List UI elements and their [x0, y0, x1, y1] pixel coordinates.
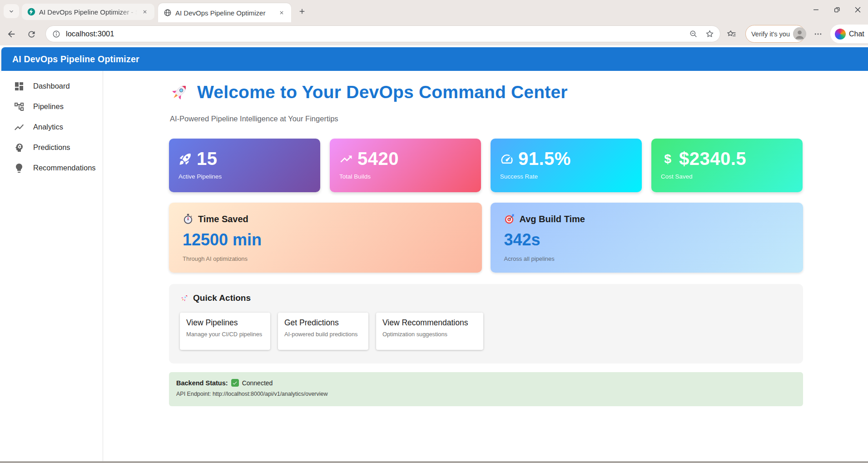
- tab-title: AI DevOps Pipeline Optimizer - Sw: [39, 8, 137, 16]
- stat-card-cost-saved: $ $2340.5 Cost Saved: [651, 139, 803, 192]
- backend-status-value: Connected: [242, 379, 273, 387]
- tab-devops-optimizer-active[interactable]: AI DevOps Pipeline Optimizer: [158, 3, 291, 22]
- zoom-out-icon[interactable]: [688, 29, 698, 39]
- restore-button[interactable]: [826, 0, 847, 19]
- rocket-icon: [179, 152, 192, 166]
- stat-label: Success Rate: [500, 173, 632, 180]
- chat-label: Chat: [849, 30, 864, 38]
- tab-swagger-docs[interactable]: AI DevOps Pipeline Optimizer - Sw: [22, 4, 154, 20]
- rocket-emoji-icon: [180, 294, 189, 303]
- sidebar-item-label: Analytics: [33, 123, 63, 131]
- browser-tab-strip: AI DevOps Pipeline Optimizer - Sw AI Dev…: [0, 0, 868, 22]
- stat-value: 5420: [357, 149, 399, 169]
- sidebar-item-label: Predictions: [33, 143, 70, 152]
- stat-value: 15: [197, 149, 218, 169]
- new-tab-button[interactable]: [297, 6, 308, 17]
- address-bar[interactable]: localhost:3001: [45, 25, 720, 42]
- app-title: AI DevOps Pipeline Optimizer: [12, 54, 139, 65]
- stat-card-total-builds: 5420 Total Builds: [330, 139, 481, 192]
- stat-card-active-pipelines: 15 Active Pipelines: [169, 139, 320, 192]
- tab-search-button[interactable]: [4, 4, 19, 18]
- psychology-icon: [14, 142, 25, 153]
- window-bottom-edge: [0, 461, 868, 463]
- sidebar-item-pipelines[interactable]: Pipelines: [1, 96, 103, 117]
- metric-card-avg-build-time: Avg Build Time 342s Across all pipelines: [491, 203, 804, 273]
- window-controls: [805, 0, 868, 22]
- trending-up-icon: [339, 152, 353, 166]
- metric-caption: Across all pipelines: [504, 255, 790, 262]
- rocket-emoji-icon: [169, 82, 190, 103]
- copilot-icon: [835, 29, 846, 40]
- stat-value: $2340.5: [679, 149, 746, 169]
- favorite-star-icon[interactable]: [704, 29, 714, 39]
- copilot-chat-button[interactable]: Chat: [830, 25, 868, 43]
- metrics-row: Time Saved 12500 min Through AI optimiza…: [169, 203, 803, 273]
- sidebar-item-label: Pipelines: [33, 102, 64, 111]
- back-button[interactable]: [5, 28, 17, 40]
- app-header: AI DevOps Pipeline Optimizer: [1, 47, 868, 71]
- action-title: View Recommendations: [382, 318, 477, 328]
- profile-avatar: [793, 27, 806, 40]
- quick-actions-panel: Quick Actions View Pipelines Manage your…: [169, 284, 803, 363]
- dollar-icon: $: [661, 152, 675, 166]
- action-title: Get Predictions: [284, 318, 362, 328]
- stat-value: 91.5%: [518, 149, 571, 169]
- get-predictions-button[interactable]: Get Predictions AI-powered build predict…: [278, 313, 368, 350]
- settings-more-button[interactable]: [812, 28, 824, 40]
- back-arrow-icon: [6, 29, 16, 39]
- action-subtitle: Optimization suggestions: [382, 331, 477, 338]
- browser-toolbar: localhost:3001 Verify it's you Chat: [0, 22, 868, 45]
- sidebar-item-analytics[interactable]: Analytics: [1, 117, 103, 137]
- action-title: View Pipelines: [186, 318, 264, 328]
- api-endpoint-text: API Endpoint: http://localhost:8000/api/…: [176, 391, 796, 397]
- stat-card-success-rate: 91.5% Success Rate: [491, 139, 642, 192]
- tab-close-icon[interactable]: [141, 8, 149, 16]
- speed-gauge-icon: [500, 152, 514, 166]
- view-pipelines-button[interactable]: View Pipelines Manage your CI/CD pipelin…: [180, 313, 270, 350]
- minimize-button[interactable]: [805, 0, 826, 19]
- dashboard-icon: [14, 81, 25, 92]
- action-subtitle: AI-powered build predictions: [284, 331, 362, 338]
- fastapi-icon: [27, 8, 35, 16]
- backend-status-label: Backend Status:: [176, 379, 228, 387]
- metric-title: Avg Build Time: [520, 214, 585, 224]
- star-list-icon: [727, 30, 737, 39]
- plus-icon: [298, 7, 306, 15]
- reload-icon: [27, 30, 36, 39]
- action-subtitle: Manage your CI/CD pipelines: [186, 331, 264, 338]
- metric-card-time-saved: Time Saved 12500 min Through AI optimiza…: [169, 203, 482, 273]
- site-info-icon[interactable]: [51, 29, 61, 39]
- sidebar-item-label: Recommendations: [33, 164, 96, 172]
- stat-label: Total Builds: [339, 173, 471, 180]
- target-emoji-icon: [504, 214, 515, 224]
- page-title: Welcome to Your DevOps Command Center: [197, 82, 568, 102]
- welcome-header: Welcome to Your DevOps Command Center: [169, 82, 568, 103]
- collections-button[interactable]: [726, 28, 738, 40]
- sidebar-nav: Dashboard Pipelines Analytics Prediction…: [1, 71, 103, 461]
- backend-status-panel: Backend Status: Connected API Endpoint: …: [169, 372, 803, 406]
- sidebar-item-dashboard[interactable]: Dashboard: [1, 76, 103, 96]
- verify-label: Verify it's you: [751, 30, 790, 38]
- address-url[interactable]: localhost:3001: [66, 30, 688, 38]
- verify-profile-button[interactable]: Verify it's you: [745, 25, 805, 43]
- tab-close-icon[interactable]: [278, 9, 286, 17]
- page-subtitle: AI-Powered Pipeline Intelligence at Your…: [170, 115, 338, 123]
- pipelines-tree-icon: [14, 101, 25, 112]
- chevron-down-icon: [8, 8, 15, 15]
- quick-actions-title: Quick Actions: [193, 293, 251, 303]
- stat-label: Cost Saved: [661, 173, 793, 180]
- sidebar-item-predictions[interactable]: Predictions: [1, 137, 103, 158]
- line-chart-icon: [14, 122, 25, 133]
- globe-icon: [164, 9, 172, 17]
- sidebar-item-label: Dashboard: [33, 82, 70, 90]
- metric-value: 12500 min: [183, 230, 468, 249]
- lightbulb-icon: [14, 163, 25, 174]
- main-content: Welcome to Your DevOps Command Center AI…: [103, 71, 868, 461]
- stat-label: Active Pipelines: [179, 173, 311, 180]
- sidebar-item-recommendations[interactable]: Recommendations: [1, 158, 103, 178]
- reload-button[interactable]: [25, 28, 37, 40]
- check-mark-icon: [231, 379, 239, 387]
- close-window-button[interactable]: [847, 0, 868, 19]
- metric-value: 342s: [504, 230, 790, 249]
- view-recommendations-button[interactable]: View Recommendations Optimization sugges…: [376, 313, 483, 350]
